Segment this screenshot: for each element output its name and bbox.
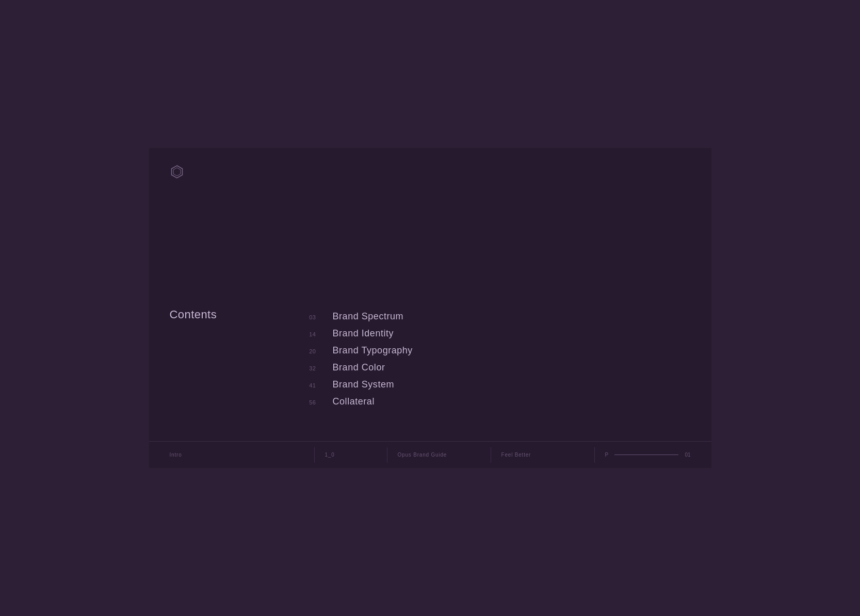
footer-page-number: 01 (685, 452, 690, 458)
toc-item-label: Brand Typography (333, 345, 413, 356)
toc-item: 32Brand Color (304, 359, 413, 376)
hexagon-logo-icon (170, 165, 184, 179)
contents-title: Contents (170, 308, 304, 321)
toc-item: 41Brand System (304, 376, 413, 393)
footer-page: P 01 (595, 442, 691, 468)
toc-item-number: 03 (304, 314, 316, 320)
toc-item-number: 20 (304, 348, 316, 354)
footer-section-label: Intro (170, 442, 314, 468)
footer: Intro 1_0 Opus Brand Guide Feel Better P… (149, 441, 711, 468)
toc-item-number: 56 (304, 399, 316, 406)
footer-version-text: 1_0 (325, 452, 335, 458)
toc-item: 14Brand Identity (304, 325, 413, 342)
toc-list: 03Brand Spectrum14Brand Identity20Brand … (304, 308, 413, 410)
toc-item-label: Brand Spectrum (333, 311, 404, 322)
toc-item: 20Brand Typography (304, 342, 413, 359)
slide-container: Contents 03Brand Spectrum14Brand Identit… (149, 148, 711, 468)
toc-item-label: Brand Color (333, 362, 385, 373)
toc-item-label: Brand Identity (333, 328, 394, 339)
toc-item-label: Brand System (333, 379, 395, 390)
toc-item: 56Collateral (304, 393, 413, 410)
toc-item-number: 32 (304, 365, 316, 371)
footer-guide-text: Opus Brand Guide (398, 452, 447, 458)
toc-item-number: 14 (304, 331, 316, 337)
footer-tagline: Feel Better (491, 442, 594, 468)
footer-page-line (614, 455, 678, 455)
toc-item-number: 41 (304, 382, 316, 388)
toc-item: 03Brand Spectrum (304, 308, 413, 325)
footer-section-text: Intro (170, 452, 182, 458)
svg-marker-1 (173, 168, 181, 176)
footer-tagline-text: Feel Better (501, 452, 531, 458)
footer-p-label: P (605, 452, 609, 458)
logo-area (170, 165, 184, 181)
toc-item-label: Collateral (333, 396, 375, 407)
footer-guide: Opus Brand Guide (387, 442, 491, 468)
contents-section: Contents 03Brand Spectrum14Brand Identit… (170, 308, 691, 410)
footer-version: 1_0 (315, 442, 387, 468)
slide-inner: Contents 03Brand Spectrum14Brand Identit… (149, 148, 711, 441)
